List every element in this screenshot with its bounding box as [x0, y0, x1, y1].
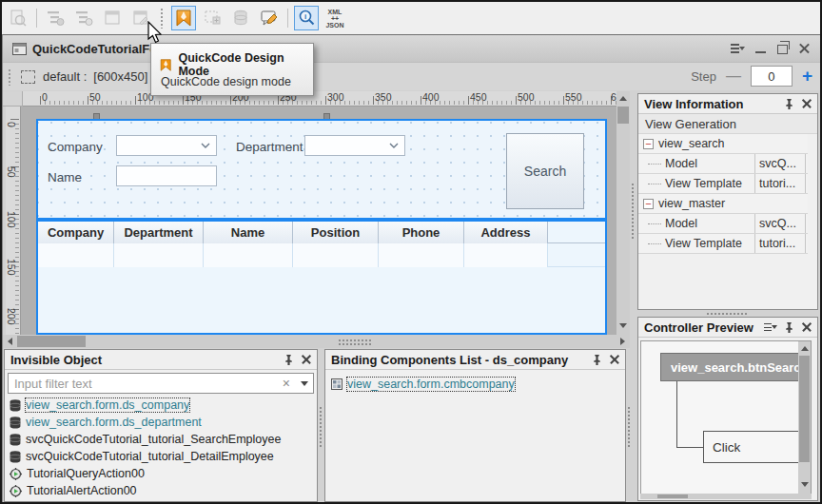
step-increment-button[interactable]: +	[802, 66, 812, 87]
filter-dropdown-icon[interactable]	[296, 381, 313, 386]
property-value[interactable]: svcQ...	[754, 214, 806, 233]
tree-node-view-master[interactable]: − view_master	[638, 194, 808, 214]
ruler-corner	[3, 91, 23, 107]
list-item[interactable]: TutorialQueryAction00	[8, 465, 314, 482]
list-item[interactable]: TutorialAlertAction00	[8, 482, 314, 499]
canvas-vertical-scrollbar[interactable]	[616, 91, 630, 335]
pin-icon[interactable]	[592, 355, 602, 365]
result-grid[interactable]: Company Department Name Position Phone A…	[36, 220, 607, 335]
canvas-horizontal-scrollbar[interactable]	[3, 335, 630, 348]
list-item[interactable]: svcQuickCodeTutorial_tutorial_DetailEmpl…	[8, 448, 314, 465]
restore-icon[interactable]	[777, 45, 788, 54]
close-icon[interactable]	[802, 322, 812, 332]
event-node-click[interactable]: Click	[703, 431, 799, 463]
property-value[interactable]: tutori...	[754, 174, 806, 193]
scroll-right-icon[interactable]	[620, 338, 625, 345]
tree-property-row[interactable]: Model svcQ...	[638, 154, 808, 174]
window-menu-icon[interactable]	[731, 43, 744, 54]
design-toolbar-grip[interactable]	[8, 68, 12, 86]
step-decrement-button[interactable]: —	[726, 68, 741, 85]
xml-json-icon[interactable]: XML ++ JSON	[323, 6, 347, 30]
hscroll-thumb[interactable]	[657, 494, 688, 498]
preview-icon[interactable]	[6, 6, 30, 30]
filter-input[interactable]	[9, 377, 277, 391]
scroll-up-icon[interactable]	[619, 96, 627, 101]
name-input[interactable]	[116, 165, 217, 186]
scroll-left-icon[interactable]	[8, 338, 12, 345]
vscroll-thumb[interactable]	[617, 107, 629, 124]
hruler-label: 300	[327, 91, 344, 103]
panel-menu-icon[interactable]	[764, 322, 776, 332]
pin-icon[interactable]	[284, 355, 294, 365]
step-label: Step	[691, 69, 716, 84]
grid-column-header[interactable]: Phone	[379, 222, 464, 243]
scroll-down-icon[interactable]	[801, 482, 809, 487]
quickcode-design-mode-icon[interactable]	[171, 6, 196, 30]
vscroll-thumb[interactable]	[799, 356, 810, 462]
pin-icon[interactable]	[784, 322, 794, 333]
close-icon[interactable]	[802, 99, 812, 108]
property-value[interactable]: svcQ...	[754, 154, 806, 173]
vruler-label: 50	[6, 166, 17, 178]
json-label: JSON	[325, 22, 343, 29]
search-button[interactable]: Search	[506, 133, 584, 209]
vertical-ruler: 0 50 100 150 200	[6, 107, 21, 339]
hruler-label: 400	[422, 91, 440, 103]
property-value[interactable]: tutori...	[754, 234, 806, 253]
main-splitter[interactable]	[631, 183, 636, 240]
scroll-down-icon[interactable]	[619, 323, 627, 328]
list-item[interactable]: view_search.form.ds_company	[8, 397, 314, 414]
outline-settings-icon[interactable]	[43, 6, 68, 30]
department-combobox[interactable]	[304, 135, 405, 156]
step-input[interactable]	[751, 66, 793, 87]
collapse-icon[interactable]: −	[643, 199, 654, 209]
panel-title: Invisible Object	[10, 353, 102, 367]
scroll-up-icon[interactable]	[801, 346, 809, 351]
panel-splitter[interactable]	[627, 406, 632, 448]
tree-property-row[interactable]: View Template tutori...	[638, 174, 808, 194]
minimize-icon[interactable]	[755, 44, 766, 53]
diagram-vertical-scrollbar[interactable]	[798, 341, 811, 494]
grid-column-header[interactable]: Department	[114, 222, 204, 243]
hruler-label: 500	[518, 91, 535, 103]
grid-column-header[interactable]: Name	[204, 222, 293, 243]
tree-node-view-search[interactable]: − view_search	[638, 134, 808, 154]
design-canvas[interactable]: Company Department Name Search Company D…	[21, 107, 616, 335]
svg-text:i: i	[304, 12, 306, 21]
filter-clear-icon[interactable]: ×	[277, 376, 296, 391]
panel-splitter[interactable]	[319, 406, 323, 448]
marquee-select-icon[interactable]	[21, 70, 35, 84]
list-item[interactable]: view_search.form.ds_department	[8, 414, 314, 431]
list-item[interactable]: view_search.form.cmbcompany	[329, 376, 625, 393]
property-name: View Template	[665, 177, 742, 190]
close-icon[interactable]	[610, 355, 619, 364]
mouse-cursor	[145, 21, 162, 46]
company-combobox[interactable]	[116, 135, 217, 156]
pin-icon[interactable]	[784, 99, 794, 109]
grid-column-header[interactable]: Company	[38, 222, 114, 243]
diagram-horizontal-scrollbar[interactable]	[640, 494, 812, 499]
close-icon[interactable]	[302, 355, 311, 364]
splitter-grip[interactable]	[338, 339, 372, 345]
database-icon[interactable]	[228, 6, 253, 30]
grid-empty-row[interactable]	[38, 243, 605, 267]
grid-column-header[interactable]: Position	[293, 222, 379, 243]
quick-view-icon[interactable]: i	[294, 6, 319, 30]
collapse-icon[interactable]: −	[643, 139, 654, 149]
outline-settings-alt-icon[interactable]	[71, 6, 96, 30]
hscroll-thumb[interactable]	[17, 336, 86, 347]
quickcode-icon	[159, 58, 172, 72]
form-window-icon[interactable]	[100, 6, 125, 30]
hruler-label: 6	[611, 91, 616, 103]
grid-column-header[interactable]: Address	[464, 222, 548, 243]
close-icon[interactable]	[799, 43, 811, 54]
tree-property-row[interactable]: Model svcQ...	[638, 214, 808, 234]
company-label: Company	[48, 140, 103, 154]
search-form-container[interactable]: Company Department Name Search	[36, 119, 607, 220]
tree-property-row[interactable]: View Template tutori...	[638, 234, 808, 254]
add-component-icon[interactable]	[200, 6, 225, 30]
script-editor-icon[interactable]	[257, 6, 282, 30]
list-item[interactable]: svcQuickCodeTutorial_tutorial_SearchEmpl…	[8, 431, 314, 448]
hruler-label: 350	[375, 91, 392, 103]
controller-node[interactable]: view_search.btnSearch (Se	[660, 353, 799, 381]
